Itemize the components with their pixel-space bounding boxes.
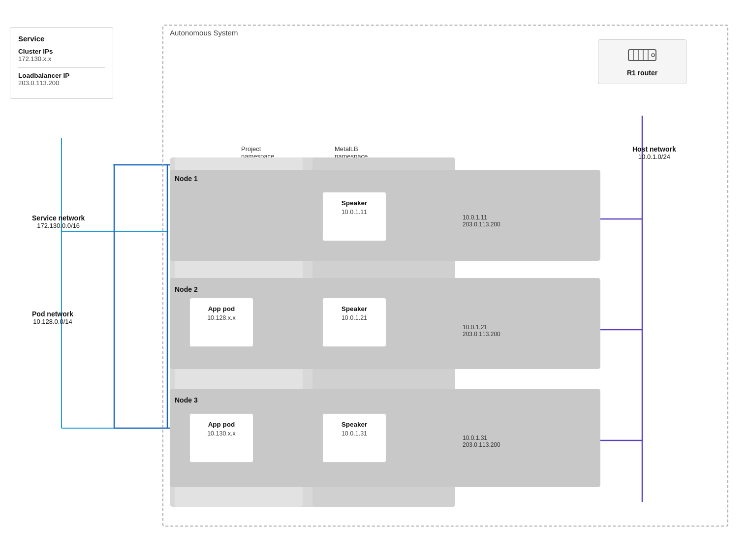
node3-speaker-ip: 10.0.1.31 [328,430,381,437]
service-box-title: Service [18,34,105,43]
node3-app-box: App pod 10.130.x.x [189,413,253,463]
node1-speaker-box: Speaker 10.0.1.11 [322,192,386,241]
bgp-label-node1: 10.0.1.11 203.0.113.200 [463,214,500,228]
router-box: R1 router [598,39,686,84]
node2-speaker-ip: 10.0.1.21 [328,314,381,321]
host-network-cidr: 10.0.1.0/24 [632,153,676,160]
node-2-label: Node 2 [175,285,198,293]
loadbalancer-value: 203.0.113.200 [18,79,105,87]
bgp-label-node2: 10.0.1.21 203.0.113.200 [463,324,500,338]
pod-network-title: Pod network [32,310,73,318]
service-network-cidr: 172.130.0.0/16 [32,222,85,229]
pod-network-cidr: 10.128.0.0/14 [32,318,73,325]
node1-speaker-ip: 10.0.1.11 [328,209,381,216]
host-network-label: Host network 10.0.1.0/24 [632,145,676,160]
autonomous-system-label: Autonomous System [170,29,238,37]
node-3-label: Node 3 [175,396,198,404]
cluster-ips-label: Cluster IPs [18,48,105,55]
node2-app-ip: 10.128.x.x [195,314,248,321]
router-icon [606,47,678,67]
diagram-container: Service Cluster IPs 172.130.x.x Loadbala… [0,0,748,560]
node3-speaker-box: Speaker 10.0.1.31 [322,413,386,463]
node3-app-name: App pod [195,421,248,428]
router-label: R1 router [606,69,678,77]
node2-app-name: App pod [195,305,248,312]
node2-speaker-box: Speaker 10.0.1.21 [322,298,386,347]
svg-point-23 [652,54,654,57]
node1-speaker-name: Speaker [328,199,381,207]
pod-network-label: Pod network 10.128.0.0/14 [32,310,73,325]
node2-speaker-name: Speaker [328,305,381,312]
node-1-label: Node 1 [175,175,198,183]
divider [18,67,105,68]
cluster-ips-section: Cluster IPs 172.130.x.x [18,48,105,62]
service-network-label: Service network 172.130.0.0/16 [32,214,85,229]
cluster-ips-value: 172.130.x.x [18,55,105,62]
node3-app-ip: 10.130.x.x [195,430,248,437]
loadbalancer-label: Loadbalancer IP [18,72,105,79]
loadbalancer-section: Loadbalancer IP 203.0.113.200 [18,72,105,87]
node2-app-box: App pod 10.128.x.x [189,298,253,347]
bgp-label-node3: 10.0.1.31 203.0.113.200 [463,435,500,448]
service-box: Service Cluster IPs 172.130.x.x Loadbala… [10,27,113,99]
node3-speaker-name: Speaker [328,421,381,428]
router-svg-icon [627,47,657,63]
service-network-title: Service network [32,214,85,222]
host-network-title: Host network [632,145,676,153]
